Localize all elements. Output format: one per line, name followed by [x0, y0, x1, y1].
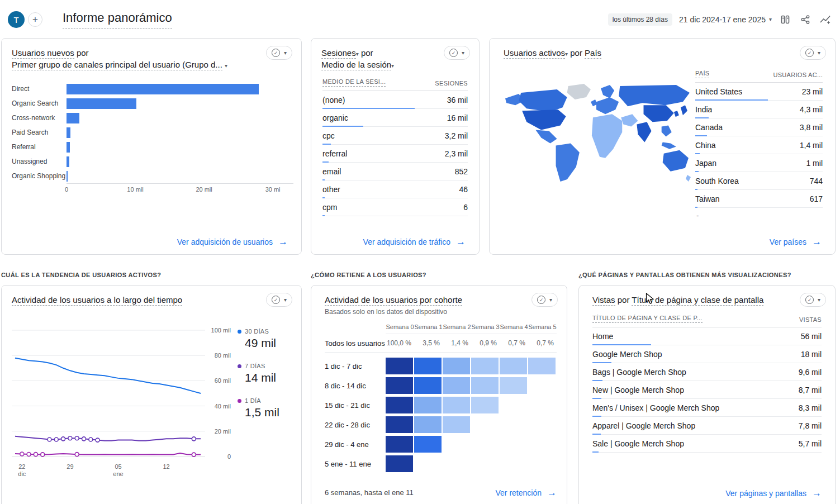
cohort-row-label: 8 dic - 14 dic [325, 382, 386, 390]
account-avatar[interactable]: T [8, 11, 25, 28]
arrow-forward-icon: → [812, 488, 822, 498]
map-region-se-asia [662, 125, 672, 136]
see-retention-link[interactable]: Ver retención→ [496, 488, 557, 497]
table-row[interactable]: email852 [322, 163, 468, 180]
cohort-summary-value: 100,0 % [386, 339, 414, 347]
table-row[interactable]: Home56 mil [592, 327, 822, 345]
comparison-icon[interactable] [779, 13, 792, 26]
card-options-control[interactable]: ✓ ▾ [800, 293, 826, 307]
cohort-cell [443, 377, 470, 394]
cohort-summary-value: 0,7 % [528, 339, 557, 347]
dimension-selector[interactable]: Medio de la sesión [321, 60, 391, 70]
bar [67, 127, 70, 138]
row-value: 8,7 mil [799, 386, 822, 394]
data-point-marker [96, 438, 99, 442]
cohort-row-label: 15 dic - 21 dic [325, 401, 386, 410]
pages-table-header: TÍTULO DE PÁGINA Y CLASE DE P... VISTAS [592, 315, 822, 327]
trend-legend: 30 DÍAS49 mil7 DÍAS14 mil1 DÍA1,5 mil [238, 328, 299, 432]
arrow-forward-icon: → [278, 237, 288, 246]
table-row[interactable]: United States23 mil [695, 83, 823, 101]
row-value: 9,6 mil [799, 368, 822, 377]
table-row[interactable]: other46 [322, 180, 468, 198]
date-range-picker[interactable]: 21 dic 2024-17 ene 2025 ▾ [679, 15, 772, 24]
see-countries-link[interactable]: Ver países→ [770, 237, 822, 246]
data-point-marker [68, 436, 72, 440]
dimension-selector[interactable]: Título de página y clase de pantalla [632, 295, 763, 306]
metric-selector[interactable]: Sesiones [321, 48, 356, 59]
axis-tick-label: 20 mil [196, 186, 212, 193]
metric-selector[interactable]: Vistas [592, 295, 615, 306]
connector-text: por [359, 48, 373, 58]
cohort-cell [386, 416, 413, 433]
row-value: 23 mil [802, 87, 823, 96]
row-label: cpc [322, 131, 335, 140]
dimension-selector[interactable]: País [585, 48, 601, 59]
table-row[interactable]: South Korea744 [695, 172, 823, 190]
caret-down-icon: ▾ [769, 17, 772, 22]
bar-track [67, 127, 293, 138]
table-row[interactable]: (none)36 mil [322, 91, 468, 109]
row-value: 3,2 mil [445, 131, 468, 140]
column-header-medium[interactable]: MEDIO DE LA SESI... [322, 78, 386, 87]
bar-category-label: Unassigned [12, 158, 67, 165]
dimension-selector[interactable]: Primer grupo de canales principal del us… [12, 60, 222, 70]
cohort-cell [386, 358, 413, 374]
data-point-marker [75, 453, 79, 457]
table-row[interactable]: organic16 mil [322, 109, 468, 127]
map-region-africa [592, 114, 622, 158]
table-row[interactable]: Men's / Unisex | Google Merch Shop8,3 mi… [592, 399, 822, 417]
row-label: Bags | Google Merch Shop [592, 368, 686, 377]
share-icon[interactable] [799, 13, 812, 26]
cohort-row: 5 ene - 11 ene [325, 455, 557, 472]
card-options-control[interactable]: ✓ ▾ [266, 46, 292, 60]
metric-selector[interactable]: Usuarios nuevos [12, 48, 74, 59]
table-row[interactable]: cpm6 [322, 198, 468, 216]
card-options-control[interactable]: ✓ ▾ [266, 293, 292, 307]
table-row[interactable]: New | Google Merch Shop8,7 mil [592, 381, 822, 399]
see-pages-link[interactable]: Ver páginas y pantallas→ [725, 488, 822, 498]
metric-selector[interactable]: Usuarios activos [504, 48, 565, 59]
card-options-control[interactable]: ✓ ▾ [800, 46, 826, 60]
table-row[interactable]: Google Merch Shop18 mil [592, 345, 822, 363]
cohort-row: 22 dic - 28 dic [325, 416, 557, 433]
column-header-page-title[interactable]: TÍTULO DE PÁGINA Y CLASE DE P... [592, 315, 703, 323]
legend-value: 1,5 mil [245, 406, 299, 419]
cohort-summary-values: 100,0 %3,5 %1,4 %0,9 %0,7 %0,7 % [386, 339, 557, 347]
cohort-row-label: 1 dic - 7 dic [325, 362, 386, 370]
caret-down-icon: ▾ [549, 297, 552, 303]
table-row[interactable]: Bags | Google Merch Shop9,6 mil [592, 363, 822, 381]
table-row[interactable]: Sale | Google Merch Shop5,7 mil [592, 435, 822, 453]
cohort-cell [414, 358, 442, 374]
card-options-control[interactable]: ✓ ▾ [531, 293, 558, 307]
column-header-active-users[interactable]: USUARIOS AC... [773, 72, 823, 78]
table-row[interactable]: Canada3,8 mil [695, 118, 823, 136]
table-row[interactable]: China1,4 mil [695, 136, 823, 154]
cohort-cell [528, 358, 556, 374]
map-region-south-korea [674, 111, 679, 117]
data-point-marker [54, 438, 58, 441]
column-header-sessions[interactable]: SESIONES [435, 80, 468, 87]
table-row[interactable]: Taiwan617 [695, 190, 823, 208]
table-row[interactable]: India4,3 mil [695, 101, 823, 118]
column-header-country[interactable]: PAÍS [695, 70, 709, 78]
card-options-control[interactable]: ✓ ▾ [444, 46, 470, 60]
table-row[interactable]: cpc3,2 mil [322, 127, 468, 145]
caret-down-icon[interactable]: ▾ [225, 63, 227, 69]
caret-down-icon[interactable]: ▾ [391, 63, 394, 69]
cohort-cell [471, 377, 499, 394]
insights-icon[interactable] [819, 13, 832, 26]
table-row[interactable]: referral2,3 mil [322, 145, 468, 163]
chart-title[interactable]: Actividad de los usuarios por cohorte [325, 295, 462, 306]
see-user-acquisition-link[interactable]: Ver adquisición de usuarios→ [177, 237, 288, 246]
cohort-cell [443, 358, 470, 374]
see-traffic-acquisition-link[interactable]: Ver adquisición de tráfico→ [363, 237, 466, 246]
table-row[interactable]: Japan1 mil [695, 154, 823, 172]
chart-title[interactable]: Actividad de los usuarios a lo largo del… [12, 295, 182, 306]
data-point-marker [192, 453, 196, 457]
data-point-marker [89, 438, 93, 441]
row-value: 7,8 mil [799, 421, 822, 430]
column-header-views[interactable]: VISTAS [799, 316, 822, 323]
table-row[interactable]: Apparel | Google Merch Shop7,8 mil [592, 417, 822, 435]
add-comparison-button[interactable]: + [28, 12, 42, 27]
bar-track [67, 171, 293, 182]
